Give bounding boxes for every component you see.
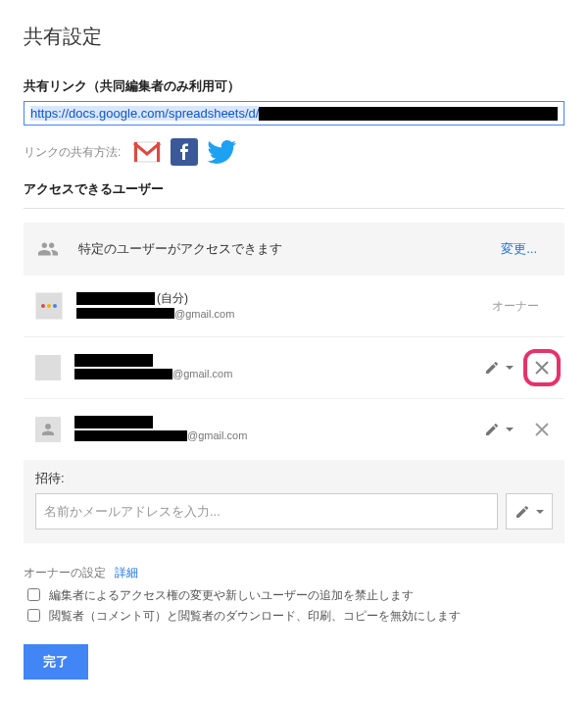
invite-block: 招待: (24, 460, 564, 543)
user-email-redacted (74, 430, 187, 441)
invite-label: 招待: (35, 470, 553, 487)
owner-settings-heading: オーナーの設定 (24, 566, 106, 580)
avatar (35, 292, 63, 320)
role-owner-label: オーナー (492, 298, 539, 315)
user-name-redacted (74, 354, 153, 367)
remove-user-button[interactable] (531, 419, 553, 440)
self-suffix: (自分) (157, 291, 188, 307)
done-button[interactable]: 完了 (24, 644, 88, 680)
invite-role-dropdown[interactable] (506, 493, 553, 530)
access-summary-text: 特定のユーザーがアクセスできます (73, 240, 501, 258)
share-link-redacted-part (259, 107, 558, 121)
share-link-label: 共有リンク（共同編集者のみ利用可） (24, 77, 564, 95)
invite-input[interactable] (35, 493, 498, 530)
facebook-icon[interactable] (170, 137, 199, 167)
remove-user-button[interactable] (523, 349, 561, 386)
chevron-down-icon (506, 366, 514, 370)
gmail-icon[interactable] (132, 137, 162, 167)
access-summary-row: 特定のユーザーがアクセスできます 変更... (24, 223, 564, 276)
owner-settings: オーナーの設定 詳細 編集者によるアクセス権の変更や新しいユーザーの追加を禁止し… (24, 565, 564, 625)
owner-settings-details-link[interactable]: 詳細 (115, 566, 138, 580)
prevent-editors-checkbox[interactable] (27, 588, 40, 601)
user-email-domain: @gmail.com (172, 367, 232, 380)
user-email-redacted (76, 308, 174, 319)
user-info: @gmail.com (74, 354, 484, 380)
close-icon (535, 423, 549, 436)
user-row: @gmail.com (24, 399, 564, 460)
share-settings-modal: 共有設定 共有リンク（共同編集者のみ利用可） https://docs.goog… (0, 0, 588, 706)
user-email-domain: @gmail.com (174, 307, 234, 321)
user-row: (自分) @gmail.com オーナー (24, 276, 564, 337)
owner-option-row[interactable]: 閲覧者（コメント可）と閲覧者のダウンロード、印刷、コピーを無効にします (24, 608, 564, 625)
user-name-redacted (74, 416, 153, 429)
access-list: 特定のユーザーがアクセスできます 変更... (自分) @gmail.com オ… (24, 223, 564, 543)
twitter-icon[interactable] (207, 137, 236, 167)
chevron-down-icon (506, 428, 514, 431)
pencil-icon (484, 360, 500, 376)
avatar (35, 417, 61, 442)
people-icon (35, 236, 61, 262)
role-dropdown[interactable] (484, 360, 514, 376)
owner-option2-label: 閲覧者（コメント可）と閲覧者のダウンロード、印刷、コピーを無効にします (49, 608, 461, 625)
share-via-row: リンクの共有方法: (24, 137, 564, 167)
chevron-down-icon (536, 510, 544, 514)
access-heading: アクセスできるユーザー (24, 180, 564, 198)
user-row: @gmail.com (24, 337, 564, 399)
user-email-domain: @gmail.com (187, 429, 247, 442)
person-icon (39, 421, 57, 438)
user-info: @gmail.com (74, 416, 484, 442)
modal-title: 共有設定 (24, 24, 564, 50)
svg-rect-2 (157, 142, 160, 162)
divider (24, 208, 564, 209)
user-name-redacted (76, 292, 155, 305)
share-link-prefix: https://docs.google.com/spreadsheets/d/ (30, 106, 259, 121)
change-access-link[interactable]: 変更... (501, 240, 537, 258)
role-dropdown[interactable] (484, 422, 514, 437)
close-icon (535, 361, 549, 375)
user-email-redacted (74, 369, 172, 379)
disable-download-checkbox[interactable] (27, 609, 40, 622)
pencil-icon (484, 422, 500, 437)
avatar (35, 355, 61, 380)
owner-option1-label: 編集者によるアクセス権の変更や新しいユーザーの追加を禁止します (49, 587, 414, 604)
owner-option-row[interactable]: 編集者によるアクセス権の変更や新しいユーザーの追加を禁止します (24, 587, 564, 604)
svg-rect-1 (134, 142, 137, 162)
pencil-icon (514, 504, 530, 520)
share-via-label: リンクの共有方法: (24, 144, 121, 161)
share-link-input[interactable]: https://docs.google.com/spreadsheets/d/ (24, 101, 564, 126)
user-info: (自分) @gmail.com (76, 291, 492, 321)
